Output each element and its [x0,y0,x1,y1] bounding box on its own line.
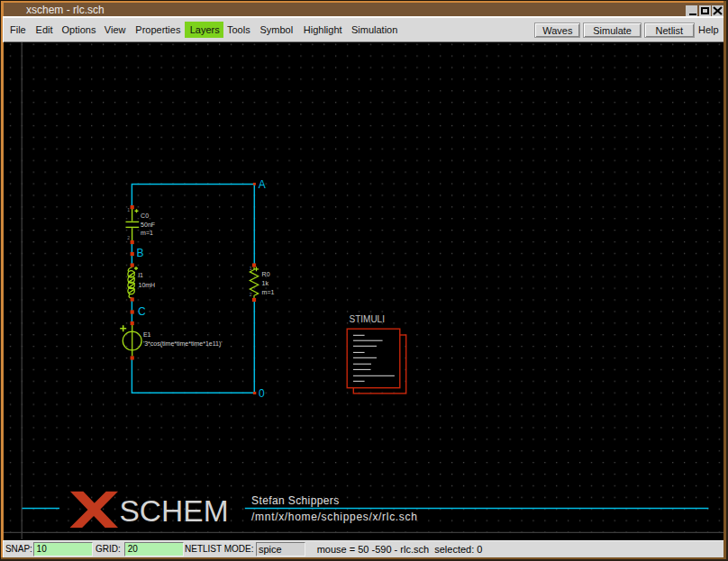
svg-text:C: C [138,305,146,318]
svg-text:E1: E1 [143,331,151,338]
svg-text:C0: C0 [141,213,149,219]
svg-text:1: 1 [250,266,252,271]
svg-text:SCHEM: SCHEM [120,493,229,528]
svg-text:R0: R0 [262,271,270,277]
svg-text:1k: 1k [262,280,269,286]
svg-text:2: 2 [127,235,130,240]
svg-text:50nF: 50nF [141,222,155,228]
svg-text:A: A [259,178,266,191]
svg-text:l1: l1 [139,272,144,278]
svg-text:10mH: 10mH [139,282,156,288]
svg-text:Stefan Schippers: Stefan Schippers [251,494,339,507]
svg-text:m=1: m=1 [141,230,153,236]
svg-text:B: B [136,247,143,259]
svg-text:2: 2 [250,292,252,297]
svg-text:0: 0 [259,387,265,400]
svg-text:1: 1 [127,207,130,213]
svg-text:/mnt/x/home/schippes/x/rlc.sch: /mnt/x/home/schippes/x/rlc.sch [251,511,417,523]
svg-text:m=1: m=1 [262,289,275,295]
svg-text:STIMULI: STIMULI [350,314,385,324]
svg-text:'3*cos(time*time*time*1e11)': '3*cos(time*time*time*1e11)' [143,340,223,348]
